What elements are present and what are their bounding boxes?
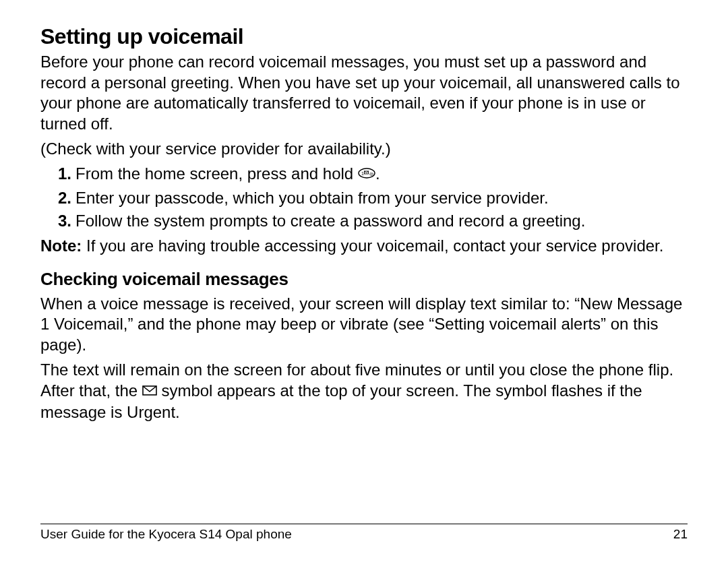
note-text: If you are having trouble accessing your… [82, 237, 663, 255]
setup-steps-list: 1. From the home screen, press and hold … [40, 164, 688, 232]
step-text: Follow the system prompts to create a pa… [75, 212, 585, 230]
voicemail-key-icon: 1@ [358, 163, 375, 184]
page-number: 21 [673, 527, 688, 542]
step-number: 3. [58, 211, 71, 232]
intro-paragraph: Before your phone can record voicemail m… [40, 52, 688, 135]
step-text: Enter your passcode, which you obtain fr… [75, 189, 549, 207]
envelope-icon [142, 380, 157, 401]
section-heading: Checking voicemail messages [40, 269, 688, 290]
page-heading: Setting up voicemail [40, 24, 688, 49]
svg-text:1: 1 [361, 171, 364, 176]
svg-text:@: @ [369, 172, 373, 176]
page-footer: User Guide for the Kyocera S14 Opal phon… [40, 524, 688, 542]
step-text-after: . [375, 164, 380, 183]
step-text-before: From the home screen, press and hold [75, 164, 358, 183]
list-item: 2. Enter your passcode, which you obtain… [58, 188, 688, 209]
checking-paragraph-1: When a voice message is received, your s… [40, 294, 688, 356]
availability-note: (Check with your service provider for av… [40, 139, 688, 160]
list-item: 1. From the home screen, press and hold … [58, 164, 688, 185]
note-label: Note: [40, 237, 82, 255]
checking-paragraph-2: The text will remain on the screen for a… [40, 360, 688, 423]
note-paragraph: Note: If you are having trouble accessin… [40, 236, 688, 257]
step-number: 2. [58, 188, 71, 209]
footer-title: User Guide for the Kyocera S14 Opal phon… [40, 527, 292, 542]
list-item: 3. Follow the system prompts to create a… [58, 211, 688, 232]
step-number: 1. [58, 164, 71, 185]
